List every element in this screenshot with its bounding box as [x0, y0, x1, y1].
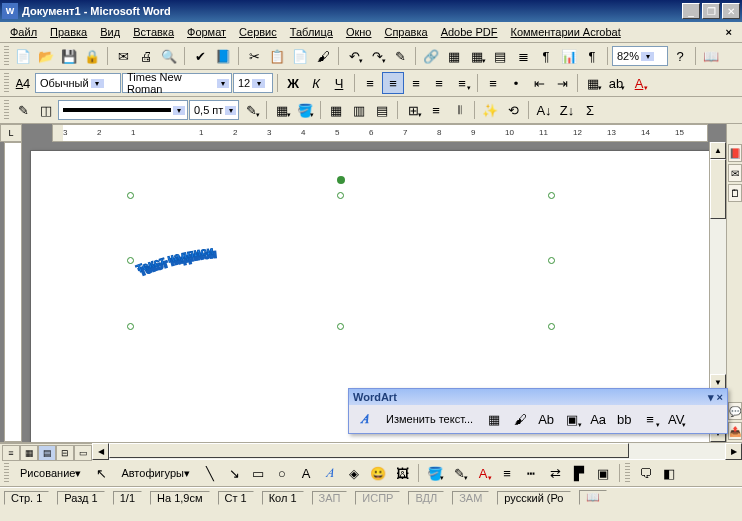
wordart-button[interactable]: 𝐴 [319, 462, 341, 484]
cut-button[interactable]: ✂ [243, 45, 265, 67]
read-button[interactable]: 📖 [700, 45, 722, 67]
zoom-combo[interactable]: 82%▾ [612, 46, 668, 66]
close-button[interactable]: ✕ [722, 3, 740, 19]
textbox-button[interactable]: A [295, 462, 317, 484]
vertical-ruler[interactable] [4, 142, 22, 442]
autosum-button[interactable]: Σ [579, 99, 601, 121]
rectangle-button[interactable]: ▭ [247, 462, 269, 484]
wordart-shape-button[interactable]: Ab [534, 407, 558, 431]
dist-rows-button[interactable]: ≡ [425, 99, 447, 121]
char-spacing-button[interactable]: AV [664, 407, 688, 431]
autoshapes-menu[interactable]: Автофигуры ▾ [114, 462, 197, 484]
line-color-button[interactable]: ✎ [448, 462, 470, 484]
font-color-button[interactable]: A [628, 72, 650, 94]
line-weight-combo[interactable]: 0,5 пт▾ [189, 100, 239, 120]
status-ext[interactable]: ВДЛ [408, 491, 444, 505]
copy-button[interactable]: 📋 [266, 45, 288, 67]
wordart-toolbar-close[interactable]: × [717, 391, 723, 403]
drawing-toggle-button[interactable]: ¶ [535, 45, 557, 67]
oval-button[interactable]: ○ [271, 462, 293, 484]
resize-handle[interactable] [127, 192, 134, 199]
eraser-button[interactable]: ◫ [35, 99, 57, 121]
status-spell-icon[interactable]: 📖 [579, 490, 607, 505]
arrow-style-button[interactable]: ⇄ [544, 462, 566, 484]
draw-table-button[interactable]: ✎ [12, 99, 34, 121]
font-combo[interactable]: Times New Roman▾ [122, 73, 232, 93]
acrobat-highlight-button[interactable]: ◧ [658, 462, 680, 484]
align-cell-button[interactable]: ⊞ [402, 99, 424, 121]
align-right-button[interactable]: ≡ [405, 72, 427, 94]
align-justify-button[interactable]: ≡ [428, 72, 450, 94]
wordart-toolbar-title[interactable]: WordArt ▾ × [349, 389, 727, 405]
align-left-button[interactable]: ≡ [359, 72, 381, 94]
italic-button[interactable]: К [305, 72, 327, 94]
bullets-button[interactable]: • [505, 72, 527, 94]
status-ovr[interactable]: ЗАМ [452, 491, 489, 505]
insert-wordart-button[interactable]: 𝐴 [353, 407, 377, 431]
save-button[interactable]: 💾 [58, 45, 80, 67]
align-center-button[interactable]: ≡ [382, 72, 404, 94]
line-style-combo[interactable]: ▾ [58, 100, 188, 120]
merge-cells-button[interactable]: ▥ [348, 99, 370, 121]
format-wordart-button[interactable]: 🖌 [508, 407, 532, 431]
numbering-button[interactable]: ≡ [482, 72, 504, 94]
scroll-thumb[interactable] [710, 159, 726, 219]
format-painter-button[interactable]: 🖌 [312, 45, 334, 67]
shading-color-button[interactable]: 🪣 [294, 99, 316, 121]
edit-text-button[interactable]: Изменить текст... [379, 408, 480, 430]
border-color-button[interactable]: ✎ [240, 99, 262, 121]
menu-edit[interactable]: Правка [44, 24, 93, 40]
menu-tools[interactable]: Сервис [233, 24, 283, 40]
pdf-mail-button[interactable]: ✉ [728, 164, 742, 182]
menu-acrobat[interactable]: Комментарии Acrobat [505, 24, 627, 40]
bold-button[interactable]: Ж [282, 72, 304, 94]
status-lang[interactable]: русский (Ро [497, 491, 570, 505]
wordart-object[interactable]: Текст надписи Текст надписи [131, 196, 551, 326]
toolbar-handle[interactable] [4, 100, 9, 120]
alignment-button[interactable]: ≡ [638, 407, 662, 431]
acrobat-comments-button[interactable]: 💬 [728, 402, 742, 420]
autoformat-button[interactable]: ✨ [479, 99, 501, 121]
scroll-track[interactable] [710, 159, 726, 374]
pdf-review-button[interactable]: 🗒 [728, 184, 742, 202]
outside-border-button[interactable]: ▦ [271, 99, 293, 121]
line-button[interactable]: ╲ [199, 462, 221, 484]
style-combo[interactable]: Обычный▾ [35, 73, 121, 93]
resize-handle[interactable] [127, 257, 134, 264]
drawing-menu[interactable]: Рисование ▾ [13, 462, 88, 484]
spelling-button[interactable]: ✔ [189, 45, 211, 67]
select-objects-button[interactable]: ↖ [90, 462, 112, 484]
paste-button[interactable]: 📄 [289, 45, 311, 67]
dist-cols-button[interactable]: ⦀ [448, 99, 470, 121]
resize-handle[interactable] [337, 192, 344, 199]
scroll-left-button[interactable]: ◀ [92, 443, 109, 460]
inc-indent-button[interactable]: ⇥ [551, 72, 573, 94]
toolbar-handle[interactable] [4, 46, 9, 66]
chart-button[interactable]: 📊 [558, 45, 580, 67]
scroll-right-button[interactable]: ▶ [725, 443, 742, 460]
underline-button[interactable]: Ч [328, 72, 350, 94]
help-button[interactable]: ? [669, 45, 691, 67]
show-marks-button[interactable]: ¶ [581, 45, 603, 67]
highlight-button[interactable]: ab [605, 72, 627, 94]
shadow-button[interactable]: ▛ [568, 462, 590, 484]
status-rec[interactable]: ЗАП [312, 491, 348, 505]
toolbar-handle[interactable] [4, 73, 9, 93]
wordart-toolbar[interactable]: WordArt ▾ × 𝐴 Изменить текст... ▦ 🖌 Ab ▣… [348, 388, 728, 434]
scroll-up-button[interactable]: ▲ [710, 142, 726, 159]
resize-handle[interactable] [127, 323, 134, 330]
minimize-button[interactable]: _ [682, 3, 700, 19]
acrobat-send-button[interactable]: 📤 [728, 422, 742, 440]
menu-insert[interactable]: Вставка [127, 24, 180, 40]
menu-help[interactable]: Справка [378, 24, 433, 40]
sort-asc-button[interactable]: A↓ [533, 99, 555, 121]
resize-handle[interactable] [548, 257, 555, 264]
wordart-gallery-button[interactable]: ▦ [482, 407, 506, 431]
permissions-button[interactable]: 🔒 [81, 45, 103, 67]
borders-button[interactable]: ▦ [582, 72, 604, 94]
same-heights-button[interactable]: Aa [586, 407, 610, 431]
size-combo[interactable]: 12▾ [233, 73, 273, 93]
tab-selector[interactable]: L [0, 124, 22, 142]
resize-handle[interactable] [548, 192, 555, 199]
menu-table[interactable]: Таблица [284, 24, 339, 40]
